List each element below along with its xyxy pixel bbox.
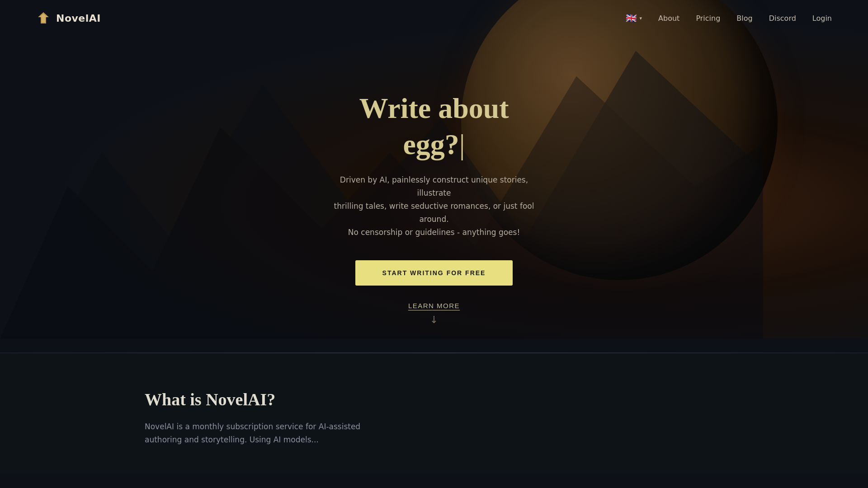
section-text-line2: authoring and storytelling. Using AI mod… [145, 435, 319, 444]
nav-link-blog[interactable]: Blog [736, 14, 752, 23]
nav-link-login[interactable]: Login [812, 14, 832, 23]
nav-logo[interactable]: NovelAI [36, 11, 101, 25]
nav-lang-selector[interactable]: 🇬🇧 ▾ [626, 13, 642, 23]
section-text-line1: NovelAI is a monthly subscription servic… [145, 422, 360, 431]
nav-link-pricing[interactable]: Pricing [696, 14, 720, 23]
nav-link-about[interactable]: About [658, 14, 679, 23]
nav-item-login[interactable]: Login [812, 14, 832, 23]
section-title: What is NovelAI? [145, 389, 723, 409]
nav-item-blog[interactable]: Blog [736, 14, 752, 23]
hero-subtitle: Driven by AI, painlessly construct uniqu… [326, 174, 542, 239]
brand-name: NovelAI [56, 13, 101, 24]
navbar: NovelAI 🇬🇧 ▾ About Pricing Blog Discord … [0, 0, 868, 36]
hero-subtitle-line2: thrilling tales, write seductive romance… [334, 202, 534, 224]
nav-link-discord[interactable]: Discord [769, 14, 796, 23]
hero-subtitle-line3: No censorship or guidelines - anything g… [348, 228, 520, 237]
nav-links: 🇬🇧 ▾ About Pricing Blog Discord Login [626, 13, 832, 23]
hero-subtitle-line1: Driven by AI, painlessly construct uniqu… [340, 175, 528, 197]
text-cursor: | [459, 128, 465, 160]
flag-icon: 🇬🇧 [626, 13, 637, 23]
chevron-down-icon: ▾ [640, 15, 642, 21]
section-description: NovelAI is a monthly subscription servic… [145, 420, 371, 446]
hero-title-line2: egg? [403, 128, 459, 160]
nav-item-about[interactable]: About [658, 14, 679, 23]
start-writing-button[interactable]: START WRITING FOR FREE [355, 260, 513, 286]
hero-title: Write about egg?| [359, 90, 509, 163]
hero-section: Write about egg?| Driven by AI, painless… [0, 36, 868, 352]
nav-item-pricing[interactable]: Pricing [696, 14, 720, 23]
scroll-down-arrow: ↓ [430, 314, 438, 325]
what-is-novelai-section: What is NovelAI? NovelAI is a monthly su… [0, 353, 868, 474]
nav-item-discord[interactable]: Discord [769, 14, 796, 23]
logo-icon [36, 11, 51, 25]
hero-title-line1: Write about [359, 92, 509, 124]
learn-more-button[interactable]: LEARN MORE [401, 298, 467, 313]
